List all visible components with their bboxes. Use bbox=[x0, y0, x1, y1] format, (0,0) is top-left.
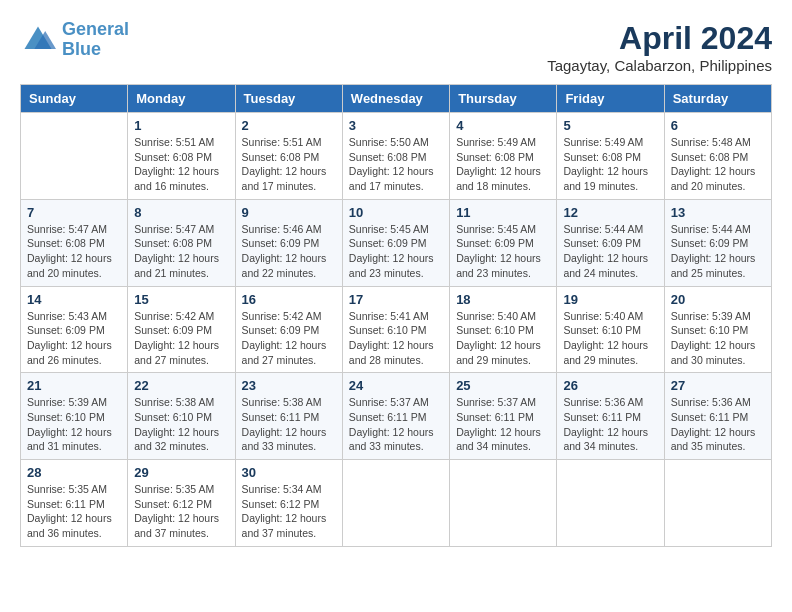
day-number: 18 bbox=[456, 292, 550, 307]
day-info: Sunrise: 5:38 AM Sunset: 6:11 PM Dayligh… bbox=[242, 395, 336, 454]
calendar-cell: 10Sunrise: 5:45 AM Sunset: 6:09 PM Dayli… bbox=[342, 199, 449, 286]
day-info: Sunrise: 5:39 AM Sunset: 6:10 PM Dayligh… bbox=[27, 395, 121, 454]
calendar-cell: 27Sunrise: 5:36 AM Sunset: 6:11 PM Dayli… bbox=[664, 373, 771, 460]
day-info: Sunrise: 5:40 AM Sunset: 6:10 PM Dayligh… bbox=[456, 309, 550, 368]
calendar-cell: 3Sunrise: 5:50 AM Sunset: 6:08 PM Daylig… bbox=[342, 113, 449, 200]
day-info: Sunrise: 5:49 AM Sunset: 6:08 PM Dayligh… bbox=[563, 135, 657, 194]
day-info: Sunrise: 5:48 AM Sunset: 6:08 PM Dayligh… bbox=[671, 135, 765, 194]
calendar-cell: 15Sunrise: 5:42 AM Sunset: 6:09 PM Dayli… bbox=[128, 286, 235, 373]
day-number: 5 bbox=[563, 118, 657, 133]
day-number: 21 bbox=[27, 378, 121, 393]
day-number: 12 bbox=[563, 205, 657, 220]
day-info: Sunrise: 5:50 AM Sunset: 6:08 PM Dayligh… bbox=[349, 135, 443, 194]
day-info: Sunrise: 5:47 AM Sunset: 6:08 PM Dayligh… bbox=[134, 222, 228, 281]
day-number: 4 bbox=[456, 118, 550, 133]
day-number: 29 bbox=[134, 465, 228, 480]
day-number: 25 bbox=[456, 378, 550, 393]
logo-icon bbox=[20, 22, 56, 58]
calendar-cell: 20Sunrise: 5:39 AM Sunset: 6:10 PM Dayli… bbox=[664, 286, 771, 373]
calendar-cell: 17Sunrise: 5:41 AM Sunset: 6:10 PM Dayli… bbox=[342, 286, 449, 373]
day-number: 7 bbox=[27, 205, 121, 220]
day-info: Sunrise: 5:45 AM Sunset: 6:09 PM Dayligh… bbox=[349, 222, 443, 281]
day-number: 6 bbox=[671, 118, 765, 133]
subtitle: Tagaytay, Calabarzon, Philippines bbox=[547, 57, 772, 74]
day-number: 20 bbox=[671, 292, 765, 307]
day-number: 24 bbox=[349, 378, 443, 393]
title-block: April 2024 Tagaytay, Calabarzon, Philipp… bbox=[547, 20, 772, 74]
day-number: 11 bbox=[456, 205, 550, 220]
day-number: 8 bbox=[134, 205, 228, 220]
header-wednesday: Wednesday bbox=[342, 85, 449, 113]
logo: General Blue bbox=[20, 20, 129, 60]
calendar-week-row: 28Sunrise: 5:35 AM Sunset: 6:11 PM Dayli… bbox=[21, 460, 772, 547]
calendar-week-row: 21Sunrise: 5:39 AM Sunset: 6:10 PM Dayli… bbox=[21, 373, 772, 460]
page-header: General Blue April 2024 Tagaytay, Calaba… bbox=[20, 20, 772, 74]
calendar-table: SundayMondayTuesdayWednesdayThursdayFrid… bbox=[20, 84, 772, 547]
day-info: Sunrise: 5:45 AM Sunset: 6:09 PM Dayligh… bbox=[456, 222, 550, 281]
header-friday: Friday bbox=[557, 85, 664, 113]
logo-text: General Blue bbox=[62, 20, 129, 60]
header-saturday: Saturday bbox=[664, 85, 771, 113]
calendar-cell: 22Sunrise: 5:38 AM Sunset: 6:10 PM Dayli… bbox=[128, 373, 235, 460]
calendar-header-row: SundayMondayTuesdayWednesdayThursdayFrid… bbox=[21, 85, 772, 113]
calendar-cell: 7Sunrise: 5:47 AM Sunset: 6:08 PM Daylig… bbox=[21, 199, 128, 286]
calendar-week-row: 7Sunrise: 5:47 AM Sunset: 6:08 PM Daylig… bbox=[21, 199, 772, 286]
calendar-cell: 4Sunrise: 5:49 AM Sunset: 6:08 PM Daylig… bbox=[450, 113, 557, 200]
calendar-cell: 1Sunrise: 5:51 AM Sunset: 6:08 PM Daylig… bbox=[128, 113, 235, 200]
calendar-cell: 9Sunrise: 5:46 AM Sunset: 6:09 PM Daylig… bbox=[235, 199, 342, 286]
day-info: Sunrise: 5:51 AM Sunset: 6:08 PM Dayligh… bbox=[134, 135, 228, 194]
calendar-cell bbox=[450, 460, 557, 547]
day-number: 30 bbox=[242, 465, 336, 480]
calendar-week-row: 14Sunrise: 5:43 AM Sunset: 6:09 PM Dayli… bbox=[21, 286, 772, 373]
calendar-cell: 6Sunrise: 5:48 AM Sunset: 6:08 PM Daylig… bbox=[664, 113, 771, 200]
day-number: 19 bbox=[563, 292, 657, 307]
day-number: 3 bbox=[349, 118, 443, 133]
day-number: 28 bbox=[27, 465, 121, 480]
calendar-cell: 11Sunrise: 5:45 AM Sunset: 6:09 PM Dayli… bbox=[450, 199, 557, 286]
day-info: Sunrise: 5:44 AM Sunset: 6:09 PM Dayligh… bbox=[563, 222, 657, 281]
header-thursday: Thursday bbox=[450, 85, 557, 113]
calendar-cell: 24Sunrise: 5:37 AM Sunset: 6:11 PM Dayli… bbox=[342, 373, 449, 460]
calendar-cell: 2Sunrise: 5:51 AM Sunset: 6:08 PM Daylig… bbox=[235, 113, 342, 200]
calendar-cell: 12Sunrise: 5:44 AM Sunset: 6:09 PM Dayli… bbox=[557, 199, 664, 286]
day-info: Sunrise: 5:34 AM Sunset: 6:12 PM Dayligh… bbox=[242, 482, 336, 541]
calendar-cell: 28Sunrise: 5:35 AM Sunset: 6:11 PM Dayli… bbox=[21, 460, 128, 547]
day-number: 27 bbox=[671, 378, 765, 393]
calendar-cell: 13Sunrise: 5:44 AM Sunset: 6:09 PM Dayli… bbox=[664, 199, 771, 286]
calendar-week-row: 1Sunrise: 5:51 AM Sunset: 6:08 PM Daylig… bbox=[21, 113, 772, 200]
day-info: Sunrise: 5:35 AM Sunset: 6:12 PM Dayligh… bbox=[134, 482, 228, 541]
calendar-cell: 18Sunrise: 5:40 AM Sunset: 6:10 PM Dayli… bbox=[450, 286, 557, 373]
header-monday: Monday bbox=[128, 85, 235, 113]
day-info: Sunrise: 5:43 AM Sunset: 6:09 PM Dayligh… bbox=[27, 309, 121, 368]
calendar-cell: 14Sunrise: 5:43 AM Sunset: 6:09 PM Dayli… bbox=[21, 286, 128, 373]
day-info: Sunrise: 5:37 AM Sunset: 6:11 PM Dayligh… bbox=[349, 395, 443, 454]
day-info: Sunrise: 5:40 AM Sunset: 6:10 PM Dayligh… bbox=[563, 309, 657, 368]
day-number: 23 bbox=[242, 378, 336, 393]
day-info: Sunrise: 5:47 AM Sunset: 6:08 PM Dayligh… bbox=[27, 222, 121, 281]
calendar-cell: 5Sunrise: 5:49 AM Sunset: 6:08 PM Daylig… bbox=[557, 113, 664, 200]
day-info: Sunrise: 5:42 AM Sunset: 6:09 PM Dayligh… bbox=[242, 309, 336, 368]
day-number: 9 bbox=[242, 205, 336, 220]
day-info: Sunrise: 5:36 AM Sunset: 6:11 PM Dayligh… bbox=[563, 395, 657, 454]
day-info: Sunrise: 5:42 AM Sunset: 6:09 PM Dayligh… bbox=[134, 309, 228, 368]
day-info: Sunrise: 5:44 AM Sunset: 6:09 PM Dayligh… bbox=[671, 222, 765, 281]
calendar-cell: 23Sunrise: 5:38 AM Sunset: 6:11 PM Dayli… bbox=[235, 373, 342, 460]
header-sunday: Sunday bbox=[21, 85, 128, 113]
calendar-cell: 19Sunrise: 5:40 AM Sunset: 6:10 PM Dayli… bbox=[557, 286, 664, 373]
day-info: Sunrise: 5:46 AM Sunset: 6:09 PM Dayligh… bbox=[242, 222, 336, 281]
calendar-cell bbox=[557, 460, 664, 547]
day-number: 26 bbox=[563, 378, 657, 393]
day-info: Sunrise: 5:51 AM Sunset: 6:08 PM Dayligh… bbox=[242, 135, 336, 194]
calendar-cell: 25Sunrise: 5:37 AM Sunset: 6:11 PM Dayli… bbox=[450, 373, 557, 460]
calendar-cell: 16Sunrise: 5:42 AM Sunset: 6:09 PM Dayli… bbox=[235, 286, 342, 373]
day-number: 17 bbox=[349, 292, 443, 307]
day-info: Sunrise: 5:37 AM Sunset: 6:11 PM Dayligh… bbox=[456, 395, 550, 454]
main-title: April 2024 bbox=[547, 20, 772, 57]
day-number: 16 bbox=[242, 292, 336, 307]
calendar-cell bbox=[664, 460, 771, 547]
day-number: 2 bbox=[242, 118, 336, 133]
day-info: Sunrise: 5:39 AM Sunset: 6:10 PM Dayligh… bbox=[671, 309, 765, 368]
calendar-cell bbox=[21, 113, 128, 200]
day-number: 14 bbox=[27, 292, 121, 307]
day-info: Sunrise: 5:36 AM Sunset: 6:11 PM Dayligh… bbox=[671, 395, 765, 454]
